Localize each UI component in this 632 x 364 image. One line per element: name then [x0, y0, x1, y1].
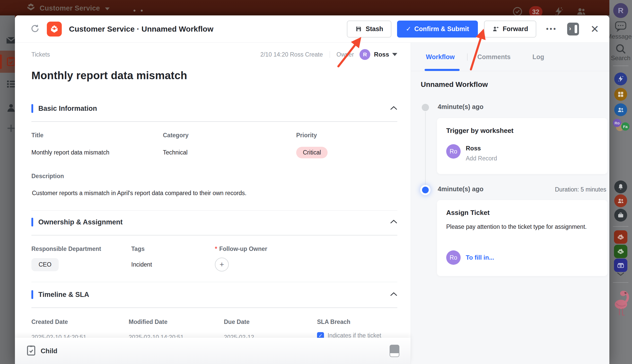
confirm-submit-label: Confirm & Submit — [414, 25, 469, 33]
forward-label: Forward — [503, 25, 528, 33]
chevron-up-icon[interactable] — [390, 292, 397, 297]
step-actor-name: Ross — [466, 145, 481, 152]
section-marker — [31, 290, 33, 299]
notifications-bell-icon[interactable] — [614, 180, 627, 193]
field-value-category[interactable]: Technical — [163, 146, 188, 159]
search-icon[interactable] — [615, 43, 626, 54]
avatar-ro: Ro — [446, 250, 461, 265]
background-left-rail — [0, 15, 15, 364]
section-marker — [31, 104, 33, 113]
app-people-icon[interactable] — [614, 103, 627, 116]
app-logo-icon — [47, 22, 62, 37]
screen: Customer Service • • 32 — [0, 0, 632, 364]
field-value-description[interactable]: Customer reports a mismatch in April's r… — [32, 190, 247, 197]
step-time: 4minute(s) ago — [438, 103, 484, 111]
save-icon — [355, 25, 362, 32]
field-label-followup-owner: Follow-up Owner — [219, 245, 267, 252]
tab-workflow[interactable]: Workflow — [426, 43, 455, 71]
owner-name[interactable]: Ross — [374, 51, 389, 58]
tab-comments[interactable]: Comments — [477, 43, 511, 71]
side-panel-toggle-icon[interactable]: › — [567, 23, 579, 35]
workflow-step-card[interactable]: Assign Ticket Please pay attention to th… — [437, 200, 608, 276]
field-label-description: Description — [31, 173, 64, 180]
messages-label: Messages — [607, 33, 632, 40]
section-ownership-assignment[interactable]: Ownership & Assignment — [31, 216, 397, 228]
field-label-department: Responsible Department — [31, 243, 101, 254]
field-label-priority: Priority — [296, 130, 317, 141]
app-brick-red-icon[interactable] — [614, 230, 627, 244]
step-description: Please pay attention to the ticket type … — [446, 222, 604, 232]
stash-button[interactable]: Stash — [347, 21, 391, 38]
field-value-title[interactable]: Monthly report data mismatch — [31, 146, 109, 159]
workflow-name: Unnamed Workflow — [421, 80, 488, 89]
breadcrumb[interactable]: Tickets — [31, 51, 50, 58]
workflow-sidebar: Workflow Comments Log Unnamed Workflow 4… — [411, 43, 609, 364]
field-label-title: Title — [31, 130, 43, 141]
card-view-icon[interactable] — [390, 345, 399, 357]
timeline-dot-done — [422, 104, 429, 111]
section-marker — [31, 218, 33, 226]
community-people-icon[interactable] — [614, 194, 627, 207]
record-detail-modal: Customer Service · Unnamed Workflow Stas… — [15, 15, 609, 364]
field-label-created-date: Created Date — [31, 316, 68, 327]
divider — [31, 210, 397, 211]
mini-avatar-ro[interactable]: Ro — [613, 119, 621, 127]
confirm-submit-button[interactable]: ✓ Confirm & Submit — [397, 21, 478, 38]
background-topbar: Customer Service • • 32 — [0, 0, 609, 15]
child-label: Child — [41, 347, 57, 355]
refresh-icon[interactable] — [30, 24, 40, 34]
close-icon[interactable]: ✕ — [590, 24, 599, 34]
chevron-down-icon[interactable] — [392, 53, 397, 56]
app-lightning-icon[interactable] — [614, 72, 627, 85]
section-basic-information[interactable]: Basic Information — [31, 103, 397, 114]
child-records-bar[interactable]: Child — [15, 338, 411, 364]
more-tabs-dots[interactable]: • • — [133, 7, 144, 15]
department-pill[interactable]: CEO — [31, 258, 59, 271]
workspace-switcher[interactable]: Customer Service — [26, 3, 110, 13]
search-label: Search — [611, 54, 630, 62]
stash-label: Stash — [366, 25, 383, 33]
sidebar-tabs: Workflow Comments Log — [411, 43, 609, 71]
app-grid-icon[interactable] — [614, 88, 627, 101]
messages-chat-icon[interactable] — [615, 21, 627, 32]
more-options-button[interactable]: ••• — [546, 25, 557, 33]
briefcase-icon[interactable] — [614, 209, 627, 222]
divider — [31, 307, 397, 308]
field-value-tags[interactable]: Incident — [131, 257, 152, 272]
chevron-up-icon[interactable] — [390, 106, 397, 111]
field-label-tags: Tags — [131, 243, 145, 254]
workflow-step-card[interactable]: Trigger by worksheet Ro Ross Add Record — [437, 118, 608, 174]
chevron-down-icon — [105, 7, 110, 10]
divider — [31, 235, 397, 235]
chevron-up-icon[interactable] — [390, 220, 397, 225]
field-label-sla-breach: SLA Breach — [317, 316, 350, 327]
workspace-logo-icon — [26, 3, 36, 13]
tab-log[interactable]: Log — [532, 43, 544, 71]
background-right-rail: R Messages Search Ro Fa — [609, 0, 632, 364]
timeline-dot-current — [422, 187, 429, 193]
to-fill-in-link[interactable]: To fill in... — [466, 254, 494, 261]
workspace-title: Customer Service — [40, 4, 100, 12]
add-owner-button[interactable]: + — [215, 258, 229, 271]
record-title[interactable]: Monthly report data mismatch — [31, 69, 187, 82]
record-pane: Tickets 2/10 14:20 Ross Create Owner R R… — [15, 43, 411, 364]
step-duration: Duration: 5 minutes — [555, 186, 606, 193]
section-title: Basic Information — [38, 105, 97, 113]
modal-header: Customer Service · Unnamed Workflow Stas… — [15, 15, 609, 43]
flamingo-image[interactable] — [612, 287, 630, 318]
divider — [31, 282, 397, 282]
app-brick-green-icon[interactable] — [614, 245, 627, 258]
forward-button[interactable]: Forward — [484, 21, 537, 38]
divider — [330, 51, 330, 58]
step-title: Assign Ticket — [446, 209, 490, 217]
app-money-icon[interactable] — [614, 259, 627, 272]
section-title: Timeline & SLA — [38, 291, 89, 299]
mini-avatar-fa[interactable]: Fa — [621, 122, 629, 131]
field-label-category: Category — [163, 130, 189, 141]
step-action: Add Record — [466, 155, 497, 162]
owner-avatar[interactable]: R — [359, 49, 370, 60]
user-avatar[interactable]: R — [613, 3, 628, 18]
priority-badge[interactable]: Critical — [296, 147, 328, 158]
chevron-down-icon[interactable] — [617, 272, 625, 276]
section-timeline-sla[interactable]: Timeline & SLA — [31, 289, 397, 300]
